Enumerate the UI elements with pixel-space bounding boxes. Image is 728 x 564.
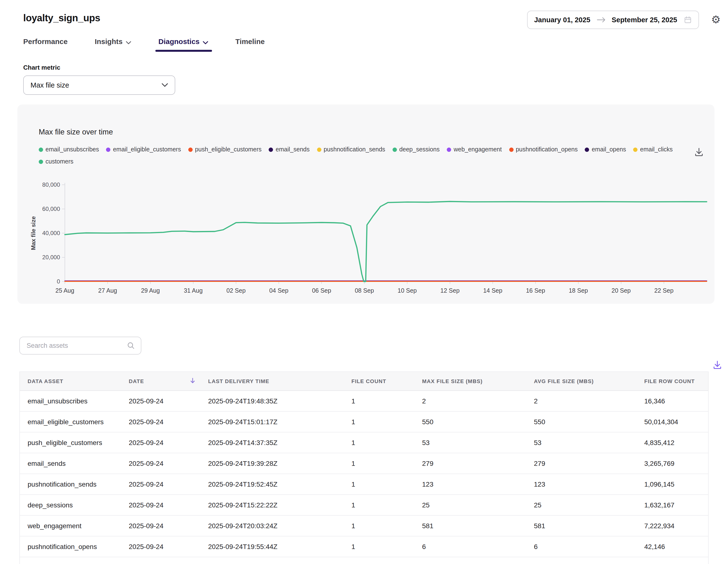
tab-performance[interactable]: Performance: [23, 37, 68, 52]
column-header-file-count[interactable]: FILE COUNT: [344, 372, 414, 390]
table-body: email_unsubscribes2025-09-242025-09-24T1…: [20, 391, 708, 564]
column-header-last-delivery-time[interactable]: LAST DELIVERY TIME: [200, 372, 344, 390]
x-tick-label: 25 Aug: [48, 287, 82, 294]
chevron-down-icon: [162, 83, 168, 87]
cell-data-asset: push_eligible_customers: [20, 439, 121, 446]
legend-swatch: [509, 147, 513, 152]
legend-swatch: [585, 147, 589, 152]
chart-metric-value: Max file size: [30, 81, 69, 89]
settings-button[interactable]: ⚙: [709, 13, 723, 27]
x-tick-label: 08 Sep: [348, 287, 381, 294]
table-cell: 1: [344, 418, 414, 426]
cell-data-asset: email_sends: [20, 459, 121, 467]
search-input[interactable]: [20, 342, 127, 349]
tab-insights[interactable]: Insights: [95, 37, 131, 52]
chart-metric-select[interactable]: Max file size: [23, 76, 175, 95]
table-cell: 2025-09-24: [121, 439, 200, 446]
column-header-date[interactable]: DATE: [121, 372, 200, 390]
table-cell: 1,632,167: [637, 501, 708, 509]
table-cell: 42,146: [637, 543, 708, 550]
table-cell: 2: [414, 397, 526, 405]
x-tick-label: 12 Sep: [433, 287, 467, 294]
table-cell: 2025-09-24: [121, 459, 200, 467]
table-cell: 6: [414, 543, 526, 550]
column-header-data-asset[interactable]: DATA ASSET: [20, 372, 121, 390]
table-cell: 1: [344, 522, 414, 530]
table-cell: 1: [344, 459, 414, 467]
y-tick-label: 60,000: [26, 205, 60, 213]
table-cell: 53: [526, 439, 637, 446]
chart-download-button[interactable]: [692, 145, 706, 159]
x-tick-label: 18 Sep: [561, 287, 595, 294]
table-row: email_eligible_customers2025-09-242025-0…: [20, 412, 708, 432]
table-cell: 2: [526, 397, 637, 405]
legend-item-deep_sessions[interactable]: deep_sessions: [393, 146, 440, 153]
legend-item-customers[interactable]: customers: [39, 158, 73, 165]
table-cell: 2025-09-24T19:55:44Z: [200, 543, 344, 550]
table-cell: 2025-09-24: [121, 543, 200, 550]
table-row: pushnotification_sends2025-09-242025-09-…: [20, 474, 708, 495]
table-row: email_opens2025-09-242025-09-24T19:45:58…: [20, 557, 708, 564]
legend-item-email_sends[interactable]: email_sends: [269, 146, 310, 153]
date-range-picker[interactable]: January 01, 2025 September 25, 2025: [527, 11, 699, 29]
x-tick-label: 02 Sep: [219, 287, 253, 294]
series-customers: [65, 202, 707, 282]
table-cell: 25: [414, 501, 526, 509]
chart-plot: [61, 182, 711, 294]
download-icon: [694, 147, 704, 157]
table-cell: 2025-09-24T15:22:22Z: [200, 501, 344, 509]
table-cell: 25: [526, 501, 637, 509]
chevron-down-icon: [203, 38, 208, 46]
legend-item-email_unsubscribes[interactable]: email_unsubscribes: [39, 146, 99, 153]
x-tick-label: 10 Sep: [390, 287, 424, 294]
table-cell: 279: [414, 459, 526, 467]
sort-desc-icon: [190, 377, 196, 385]
legend-item-push_eligible_customers[interactable]: push_eligible_customers: [188, 146, 262, 153]
legend-item-email_eligible_customers[interactable]: email_eligible_customers: [106, 146, 181, 153]
cell-data-asset: email_eligible_customers: [20, 418, 121, 426]
column-header-file-row-count[interactable]: FILE ROW COUNT: [637, 372, 708, 390]
table-cell: 123: [526, 480, 637, 488]
legend-item-email_opens[interactable]: email_opens: [585, 146, 626, 153]
legend-swatch: [447, 147, 451, 152]
tab-diagnostics[interactable]: Diagnostics: [158, 37, 208, 52]
column-header-max-file-size-mbs-[interactable]: MAX FILE SIZE (MBS): [414, 372, 526, 390]
page: loyalty_sign_ups January 01, 2025 Septem…: [0, 0, 728, 564]
legend-swatch: [106, 147, 111, 152]
table-cell: 581: [526, 522, 637, 530]
table-cell: 2025-09-24T14:37:35Z: [200, 439, 344, 446]
legend-item-pushnotification_sends[interactable]: pushnotification_sends: [317, 146, 385, 153]
table-cell: 16,346: [637, 397, 708, 405]
x-tick-label: 14 Sep: [476, 287, 510, 294]
assets-table: DATA ASSETDATELAST DELIVERY TIMEFILE COU…: [19, 371, 709, 564]
table-cell: 550: [414, 418, 526, 426]
legend-swatch: [39, 147, 43, 152]
table-cell: 2025-09-24T19:39:28Z: [200, 459, 344, 467]
page-title: loyalty_sign_ups: [23, 13, 100, 24]
legend-item-pushnotification_opens[interactable]: pushnotification_opens: [509, 146, 578, 153]
y-tick-label: 0: [26, 278, 60, 285]
table-cell: 123: [414, 480, 526, 488]
legend-swatch: [633, 147, 638, 152]
date-range-end[interactable]: September 25, 2025: [612, 16, 677, 24]
chart-legend: email_unsubscribesemail_eligible_custome…: [39, 146, 702, 165]
legend-swatch: [269, 147, 273, 152]
table-download-button[interactable]: [711, 358, 724, 371]
date-range-start[interactable]: January 01, 2025: [534, 16, 590, 24]
cell-data-asset: deep_sessions: [20, 501, 121, 509]
table-cell: 1: [344, 501, 414, 509]
legend-item-web_engagement[interactable]: web_engagement: [447, 146, 502, 153]
legend-item-email_clicks[interactable]: email_clicks: [633, 146, 673, 153]
table-row: push_eligible_customers2025-09-242025-09…: [20, 432, 708, 453]
legend-swatch: [39, 159, 43, 164]
search-icon: [127, 341, 141, 350]
cell-data-asset: web_engagement: [20, 522, 121, 530]
table-cell: 2025-09-24: [121, 522, 200, 530]
table-cell: 3,265,769: [637, 459, 708, 467]
table-cell: 2025-09-24: [121, 501, 200, 509]
table-cell: 2025-09-24: [121, 480, 200, 488]
table-cell: 2025-09-24T15:01:17Z: [200, 418, 344, 426]
table-header-row: DATA ASSETDATELAST DELIVERY TIMEFILE COU…: [20, 372, 708, 391]
tab-timeline[interactable]: Timeline: [235, 37, 265, 52]
column-header-avg-file-size-mbs-[interactable]: AVG FILE SIZE (MBS): [526, 372, 637, 390]
